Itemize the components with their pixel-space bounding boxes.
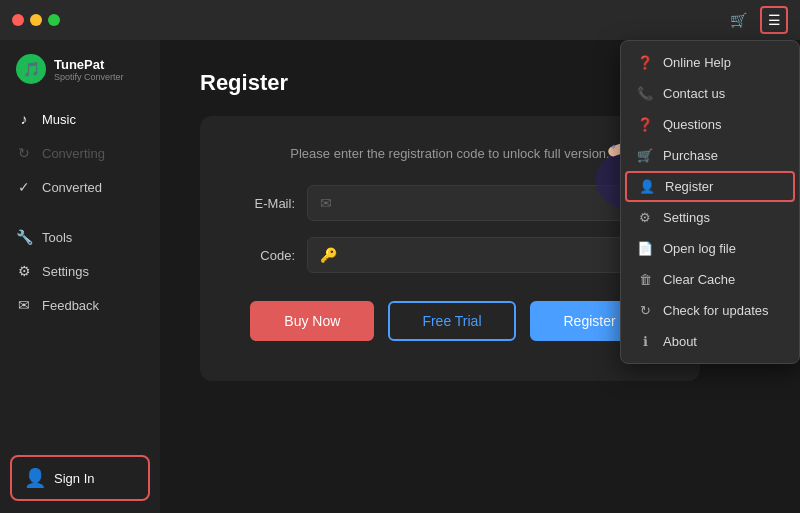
register-menu-icon: 👤 [639, 179, 655, 194]
open-log-menu-label: Open log file [663, 241, 736, 256]
sign-in-icon: 👤 [24, 467, 46, 489]
settings-menu-label: Settings [663, 210, 710, 225]
feedback-icon: ✉ [16, 297, 32, 313]
about-menu-icon: ℹ [637, 334, 653, 349]
sidebar-bottom: 👤 Sign In [0, 443, 160, 513]
clear-cache-menu-icon: 🗑 [637, 272, 653, 287]
sidebar-item-converted-label: Converted [42, 180, 102, 195]
titlebar: 🛒 ☰ [0, 0, 800, 40]
contact-us-menu-icon: 📞 [637, 86, 653, 101]
code-form-group: Code: 🔑 [240, 237, 660, 273]
sidebar-nav: ♪ Music ↻ Converting ✓ Converted 🔧 Tools… [0, 94, 160, 443]
sidebar-item-converted[interactable]: ✓ Converted [0, 170, 160, 204]
register-menu-label: Register [665, 179, 713, 194]
menu-item-clear-cache[interactable]: 🗑Clear Cache [621, 264, 799, 295]
sidebar-item-music[interactable]: ♪ Music [0, 102, 160, 136]
free-trial-button[interactable]: Free Trial [388, 301, 515, 341]
minimize-button[interactable] [30, 14, 42, 26]
menu-item-register[interactable]: 👤Register [625, 171, 795, 202]
email-icon: ✉ [320, 195, 332, 211]
svg-text:✦: ✦ [610, 143, 617, 152]
music-icon: ♪ [16, 111, 32, 127]
code-input[interactable] [345, 248, 647, 263]
sidebar: 🎵 TunePat Spotify Converter ♪ Music ↻ Co… [0, 40, 160, 513]
close-button[interactable] [12, 14, 24, 26]
app-logo: 🎵 TunePat Spotify Converter [0, 40, 160, 94]
email-label: E-Mail: [240, 196, 295, 211]
check-updates-menu-label: Check for updates [663, 303, 769, 318]
sidebar-item-converting[interactable]: ↻ Converting [0, 136, 160, 170]
code-input-wrapper: 🔑 [307, 237, 660, 273]
menu-item-questions[interactable]: ❓Questions [621, 109, 799, 140]
dropdown-menu: ❓Online Help📞Contact us❓Questions🛒Purcha… [620, 40, 800, 364]
sign-in-label: Sign In [54, 471, 94, 486]
sidebar-item-settings-label: Settings [42, 264, 89, 279]
sidebar-item-tools[interactable]: 🔧 Tools [0, 220, 160, 254]
code-label: Code: [240, 248, 295, 263]
online-help-menu-icon: ❓ [637, 55, 653, 70]
converting-icon: ↻ [16, 145, 32, 161]
sidebar-item-tools-label: Tools [42, 230, 72, 245]
maximize-button[interactable] [48, 14, 60, 26]
buy-now-button[interactable]: Buy Now [250, 301, 374, 341]
tools-icon: 🔧 [16, 229, 32, 245]
contact-us-menu-label: Contact us [663, 86, 725, 101]
sidebar-item-music-label: Music [42, 112, 76, 127]
menu-button[interactable]: ☰ [760, 6, 788, 34]
converted-icon: ✓ [16, 179, 32, 195]
traffic-lights [12, 14, 60, 26]
menu-item-check-updates[interactable]: ↻Check for updates [621, 295, 799, 326]
menu-item-online-help[interactable]: ❓Online Help [621, 47, 799, 78]
about-menu-label: About [663, 334, 697, 349]
clear-cache-menu-label: Clear Cache [663, 272, 735, 287]
cart-icon[interactable]: 🛒 [724, 6, 752, 34]
main-wrapper: Register [160, 40, 800, 513]
menu-item-about[interactable]: ℹAbout [621, 326, 799, 357]
action-buttons: Buy Now Free Trial Register [240, 301, 660, 341]
sidebar-item-settings[interactable]: ⚙ Settings [0, 254, 160, 288]
settings-menu-icon: ⚙ [637, 210, 653, 225]
sidebar-item-feedback-label: Feedback [42, 298, 99, 313]
online-help-menu-label: Online Help [663, 55, 731, 70]
menu-item-open-log[interactable]: 📄Open log file [621, 233, 799, 264]
purchase-menu-label: Purchase [663, 148, 718, 163]
app-subtitle: Spotify Converter [54, 72, 124, 82]
open-log-menu-icon: 📄 [637, 241, 653, 256]
questions-menu-label: Questions [663, 117, 722, 132]
questions-menu-icon: ❓ [637, 117, 653, 132]
sign-in-button[interactable]: 👤 Sign In [10, 455, 150, 501]
menu-item-purchase[interactable]: 🛒Purchase [621, 140, 799, 171]
purchase-menu-icon: 🛒 [637, 148, 653, 163]
sidebar-item-converting-label: Converting [42, 146, 105, 161]
menu-item-contact-us[interactable]: 📞Contact us [621, 78, 799, 109]
app-title: TunePat [54, 57, 124, 72]
sidebar-item-feedback[interactable]: ✉ Feedback [0, 288, 160, 322]
key-icon: 🔑 [320, 247, 337, 263]
menu-item-settings[interactable]: ⚙Settings [621, 202, 799, 233]
logo-icon: 🎵 [16, 54, 46, 84]
settings-icon: ⚙ [16, 263, 32, 279]
check-updates-menu-icon: ↻ [637, 303, 653, 318]
